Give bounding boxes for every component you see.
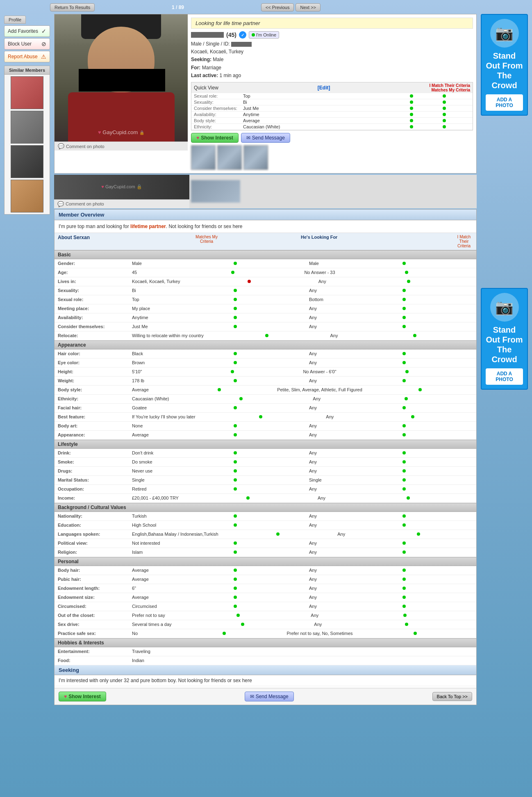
similar-member-item[interactable] [11, 76, 43, 109]
return-to-results-button[interactable]: Return To Results [50, 3, 95, 11]
thumbnail[interactable] [243, 145, 268, 170]
similar-member-item[interactable] [11, 180, 43, 212]
thumbnail[interactable] [191, 145, 216, 170]
compatibility-dot [180, 496, 316, 500]
profile-tab[interactable]: Profile [4, 16, 26, 24]
bottom-action-bar: ♥ Show Interest ✉ Send Message Back To T… [55, 688, 476, 705]
second-thumbnail[interactable] [191, 180, 240, 203]
compatibility-dot [220, 532, 336, 537]
criteria-match: I Match Their Criteria Matches My Criter… [430, 83, 470, 92]
match-value: Any [307, 585, 332, 591]
row-label: Income: [55, 495, 130, 501]
edit-link[interactable]: [Edit] [318, 85, 330, 91]
camera-icon-1: 📷 [490, 19, 519, 48]
match-value [307, 660, 332, 661]
row-label: Entertainment: [55, 648, 130, 655]
row-label: Sex drive: [55, 621, 130, 628]
back-to-top-button[interactable]: Back To Top >> [432, 692, 472, 701]
match-value: Any [328, 332, 353, 339]
looking-for-banner: Looking for life time partner [191, 18, 473, 29]
send-message-bottom-button[interactable]: ✉ Send Message [245, 692, 294, 701]
id-redacted [231, 42, 252, 47]
match-dot [332, 405, 476, 410]
second-photo-info [189, 175, 477, 208]
green-dot [443, 113, 446, 116]
match-dot [332, 651, 476, 652]
compatibility-dot [163, 468, 307, 473]
next-button[interactable]: Next >> [296, 3, 321, 11]
row-label: Occupation: [55, 486, 130, 492]
match-value: Any [307, 522, 332, 528]
match-dot [332, 468, 476, 473]
compatibility-dot [163, 577, 307, 582]
table-row: Meeting place:My placeAny [55, 304, 476, 313]
compatibility-dot [163, 297, 307, 302]
similar-member-item[interactable] [11, 111, 43, 144]
row-value: Willing to relocate within my country [130, 332, 205, 339]
row-label: Age: [55, 269, 130, 276]
ad-panel-2[interactable]: 📷 Stand Out From The Crowd ADD A PHOTO [481, 288, 528, 390]
comment-icon: 💬 [58, 143, 64, 149]
envelope-icon-bottom: ✉ [250, 694, 254, 699]
hobbies-rows: Entertainment:TravelingFood:Indian [55, 647, 476, 665]
table-row: Smoke:Do smokeAny [55, 458, 476, 467]
row-value: Average [130, 432, 163, 438]
online-badge: I'm Online [249, 31, 279, 39]
block-icon: ⊘ [41, 41, 46, 47]
previous-button[interactable]: << Previous [261, 3, 294, 11]
compatibility-dot [163, 660, 307, 661]
compatibility-dot [163, 595, 307, 600]
compatibility-dot [163, 369, 301, 374]
match-value: Any [317, 278, 341, 285]
match-dot [332, 595, 476, 600]
similar-member-item[interactable] [11, 145, 43, 178]
compatibility-dot [163, 261, 307, 266]
row-value: Average [130, 386, 163, 393]
table-row: Languages spoken:English,Bahasa Malay / … [55, 530, 476, 539]
table-row: Appearance:AverageAny [55, 431, 476, 440]
table-row: Best feature:If You're lucky I'll show y… [55, 413, 476, 422]
thumbnail[interactable] [217, 145, 242, 170]
background-section-header: Background / Cultural Values [55, 503, 476, 512]
add-favorites-button[interactable]: Add Favorites ✓ [4, 25, 50, 37]
comment-on-photo-button[interactable]: 💬 Comment on photo [55, 142, 188, 151]
match-dot [332, 550, 476, 555]
row-value: Single [130, 477, 163, 483]
show-interest-button[interactable]: ♥ Show Interest [191, 133, 239, 143]
row-value: Bi [130, 287, 163, 294]
row-label: Endowment size: [55, 594, 130, 601]
match-value: Any [307, 486, 332, 492]
table-row: Consider themselves:Just MeAny [55, 322, 476, 331]
match-dot [332, 586, 476, 591]
row-value: High School [130, 522, 163, 528]
quick-view-table: Sexual role: Top Sexuality: Bi [191, 93, 473, 130]
row-value: None [130, 422, 163, 429]
row-value: 6" [130, 585, 163, 591]
match-dot [332, 660, 476, 661]
add-photo-button-1[interactable]: ADD A PHOTO [486, 94, 523, 111]
row-label: Practice safe sex: [55, 630, 130, 637]
quick-view-section: Quick View [Edit] I Match Their Criteria… [191, 82, 473, 130]
match-value: Single [307, 477, 332, 483]
table-row: Ethnicity: Caucasian (White) [191, 123, 473, 130]
match-dot [332, 315, 476, 320]
compatibility-dot [163, 477, 307, 482]
ad-panel-1[interactable]: 📷 Stand Out From The Crowd ADD A PHOTO [481, 14, 528, 116]
warning-icon: ⚠ [41, 53, 46, 60]
table-row: Sexuality:BiAny [55, 286, 476, 295]
match-value: Any [307, 314, 332, 321]
compatibility-dot [163, 387, 275, 392]
block-user-button[interactable]: Block User ⊘ [4, 38, 50, 50]
show-interest-bottom-button[interactable]: ♥ Show Interest [59, 692, 106, 701]
add-photo-button-2[interactable]: ADD A PHOTO [486, 368, 523, 385]
table-row: Gender:MaleMale [55, 259, 476, 268]
report-abuse-button[interactable]: Report Abuse ⚠ [4, 51, 50, 62]
table-row: Income:£20,001 - £40,000 TRYAny [55, 494, 476, 503]
comment-on-photo-2-button[interactable]: 💬 Comment on photo [54, 199, 189, 208]
send-message-button[interactable]: ✉ Send Message [241, 133, 290, 143]
table-row: Hair color:BlackAny [55, 349, 476, 359]
match-value: Any [307, 287, 332, 294]
row-label: Appearance: [55, 432, 130, 438]
match-value: Any [324, 413, 349, 420]
compatibility-dot [171, 396, 311, 401]
